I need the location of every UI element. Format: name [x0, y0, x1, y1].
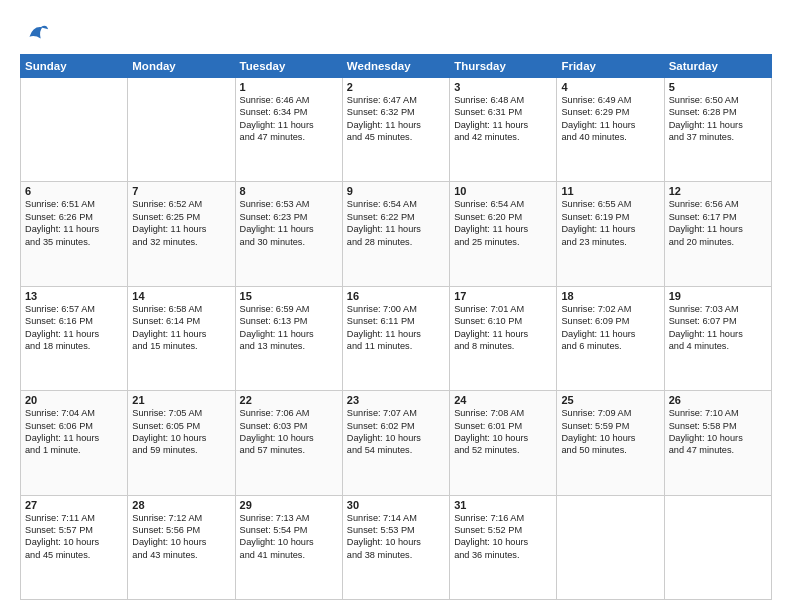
calendar-cell: 25Sunrise: 7:09 AM Sunset: 5:59 PM Dayli…: [557, 391, 664, 495]
calendar-cell: 21Sunrise: 7:05 AM Sunset: 6:05 PM Dayli…: [128, 391, 235, 495]
calendar-cell: 23Sunrise: 7:07 AM Sunset: 6:02 PM Dayli…: [342, 391, 449, 495]
day-number: 5: [669, 81, 767, 93]
day-detail: Sunrise: 7:00 AM Sunset: 6:11 PM Dayligh…: [347, 303, 445, 353]
day-detail: Sunrise: 6:59 AM Sunset: 6:13 PM Dayligh…: [240, 303, 338, 353]
day-detail: Sunrise: 6:51 AM Sunset: 6:26 PM Dayligh…: [25, 198, 123, 248]
header: [20, 18, 772, 46]
calendar-cell: 20Sunrise: 7:04 AM Sunset: 6:06 PM Dayli…: [21, 391, 128, 495]
calendar-cell: 26Sunrise: 7:10 AM Sunset: 5:58 PM Dayli…: [664, 391, 771, 495]
day-number: 29: [240, 499, 338, 511]
calendar-cell: 24Sunrise: 7:08 AM Sunset: 6:01 PM Dayli…: [450, 391, 557, 495]
day-number: 26: [669, 394, 767, 406]
calendar-cell: 6Sunrise: 6:51 AM Sunset: 6:26 PM Daylig…: [21, 182, 128, 286]
weekday-header-monday: Monday: [128, 55, 235, 78]
day-number: 15: [240, 290, 338, 302]
weekday-header-saturday: Saturday: [664, 55, 771, 78]
weekday-header-tuesday: Tuesday: [235, 55, 342, 78]
calendar-cell: [557, 495, 664, 599]
calendar-cell: 16Sunrise: 7:00 AM Sunset: 6:11 PM Dayli…: [342, 286, 449, 390]
day-number: 14: [132, 290, 230, 302]
logo: [20, 18, 50, 46]
calendar-cell: 2Sunrise: 6:47 AM Sunset: 6:32 PM Daylig…: [342, 78, 449, 182]
calendar-cell: 18Sunrise: 7:02 AM Sunset: 6:09 PM Dayli…: [557, 286, 664, 390]
day-detail: Sunrise: 6:56 AM Sunset: 6:17 PM Dayligh…: [669, 198, 767, 248]
calendar-cell: 28Sunrise: 7:12 AM Sunset: 5:56 PM Dayli…: [128, 495, 235, 599]
week-row-2: 13Sunrise: 6:57 AM Sunset: 6:16 PM Dayli…: [21, 286, 772, 390]
calendar-cell: 9Sunrise: 6:54 AM Sunset: 6:22 PM Daylig…: [342, 182, 449, 286]
calendar-cell: 17Sunrise: 7:01 AM Sunset: 6:10 PM Dayli…: [450, 286, 557, 390]
calendar-cell: [664, 495, 771, 599]
day-number: 9: [347, 185, 445, 197]
calendar-cell: 8Sunrise: 6:53 AM Sunset: 6:23 PM Daylig…: [235, 182, 342, 286]
day-number: 24: [454, 394, 552, 406]
day-detail: Sunrise: 6:49 AM Sunset: 6:29 PM Dayligh…: [561, 94, 659, 144]
day-number: 7: [132, 185, 230, 197]
day-number: 27: [25, 499, 123, 511]
calendar-cell: 13Sunrise: 6:57 AM Sunset: 6:16 PM Dayli…: [21, 286, 128, 390]
day-number: 31: [454, 499, 552, 511]
weekday-header-sunday: Sunday: [21, 55, 128, 78]
calendar-cell: 27Sunrise: 7:11 AM Sunset: 5:57 PM Dayli…: [21, 495, 128, 599]
day-number: 3: [454, 81, 552, 93]
day-detail: Sunrise: 7:04 AM Sunset: 6:06 PM Dayligh…: [25, 407, 123, 457]
day-number: 12: [669, 185, 767, 197]
day-detail: Sunrise: 7:08 AM Sunset: 6:01 PM Dayligh…: [454, 407, 552, 457]
day-detail: Sunrise: 7:16 AM Sunset: 5:52 PM Dayligh…: [454, 512, 552, 562]
day-detail: Sunrise: 6:54 AM Sunset: 6:20 PM Dayligh…: [454, 198, 552, 248]
day-number: 25: [561, 394, 659, 406]
day-number: 2: [347, 81, 445, 93]
day-detail: Sunrise: 7:12 AM Sunset: 5:56 PM Dayligh…: [132, 512, 230, 562]
calendar-cell: 4Sunrise: 6:49 AM Sunset: 6:29 PM Daylig…: [557, 78, 664, 182]
day-detail: Sunrise: 7:07 AM Sunset: 6:02 PM Dayligh…: [347, 407, 445, 457]
day-number: 8: [240, 185, 338, 197]
day-number: 1: [240, 81, 338, 93]
weekday-header-wednesday: Wednesday: [342, 55, 449, 78]
week-row-1: 6Sunrise: 6:51 AM Sunset: 6:26 PM Daylig…: [21, 182, 772, 286]
day-detail: Sunrise: 7:05 AM Sunset: 6:05 PM Dayligh…: [132, 407, 230, 457]
day-number: 6: [25, 185, 123, 197]
day-number: 30: [347, 499, 445, 511]
day-detail: Sunrise: 7:11 AM Sunset: 5:57 PM Dayligh…: [25, 512, 123, 562]
week-row-3: 20Sunrise: 7:04 AM Sunset: 6:06 PM Dayli…: [21, 391, 772, 495]
day-detail: Sunrise: 7:06 AM Sunset: 6:03 PM Dayligh…: [240, 407, 338, 457]
calendar-cell: 10Sunrise: 6:54 AM Sunset: 6:20 PM Dayli…: [450, 182, 557, 286]
calendar: SundayMondayTuesdayWednesdayThursdayFrid…: [20, 54, 772, 600]
calendar-cell: 11Sunrise: 6:55 AM Sunset: 6:19 PM Dayli…: [557, 182, 664, 286]
calendar-cell: 22Sunrise: 7:06 AM Sunset: 6:03 PM Dayli…: [235, 391, 342, 495]
day-number: 13: [25, 290, 123, 302]
day-detail: Sunrise: 6:58 AM Sunset: 6:14 PM Dayligh…: [132, 303, 230, 353]
calendar-cell: 12Sunrise: 6:56 AM Sunset: 6:17 PM Dayli…: [664, 182, 771, 286]
day-detail: Sunrise: 7:01 AM Sunset: 6:10 PM Dayligh…: [454, 303, 552, 353]
day-detail: Sunrise: 7:13 AM Sunset: 5:54 PM Dayligh…: [240, 512, 338, 562]
day-number: 21: [132, 394, 230, 406]
day-detail: Sunrise: 6:46 AM Sunset: 6:34 PM Dayligh…: [240, 94, 338, 144]
day-detail: Sunrise: 6:47 AM Sunset: 6:32 PM Dayligh…: [347, 94, 445, 144]
day-detail: Sunrise: 6:54 AM Sunset: 6:22 PM Dayligh…: [347, 198, 445, 248]
day-detail: Sunrise: 7:10 AM Sunset: 5:58 PM Dayligh…: [669, 407, 767, 457]
calendar-cell: 5Sunrise: 6:50 AM Sunset: 6:28 PM Daylig…: [664, 78, 771, 182]
calendar-cell: [128, 78, 235, 182]
day-detail: Sunrise: 6:57 AM Sunset: 6:16 PM Dayligh…: [25, 303, 123, 353]
day-number: 20: [25, 394, 123, 406]
week-row-0: 1Sunrise: 6:46 AM Sunset: 6:34 PM Daylig…: [21, 78, 772, 182]
calendar-cell: 1Sunrise: 6:46 AM Sunset: 6:34 PM Daylig…: [235, 78, 342, 182]
weekday-header-friday: Friday: [557, 55, 664, 78]
calendar-cell: 15Sunrise: 6:59 AM Sunset: 6:13 PM Dayli…: [235, 286, 342, 390]
calendar-cell: 30Sunrise: 7:14 AM Sunset: 5:53 PM Dayli…: [342, 495, 449, 599]
calendar-cell: 31Sunrise: 7:16 AM Sunset: 5:52 PM Dayli…: [450, 495, 557, 599]
day-number: 16: [347, 290, 445, 302]
day-detail: Sunrise: 6:53 AM Sunset: 6:23 PM Dayligh…: [240, 198, 338, 248]
day-detail: Sunrise: 6:52 AM Sunset: 6:25 PM Dayligh…: [132, 198, 230, 248]
day-number: 23: [347, 394, 445, 406]
weekday-header-row: SundayMondayTuesdayWednesdayThursdayFrid…: [21, 55, 772, 78]
day-number: 11: [561, 185, 659, 197]
day-detail: Sunrise: 7:03 AM Sunset: 6:07 PM Dayligh…: [669, 303, 767, 353]
calendar-cell: 29Sunrise: 7:13 AM Sunset: 5:54 PM Dayli…: [235, 495, 342, 599]
day-detail: Sunrise: 6:50 AM Sunset: 6:28 PM Dayligh…: [669, 94, 767, 144]
day-detail: Sunrise: 7:14 AM Sunset: 5:53 PM Dayligh…: [347, 512, 445, 562]
calendar-cell: 7Sunrise: 6:52 AM Sunset: 6:25 PM Daylig…: [128, 182, 235, 286]
day-number: 19: [669, 290, 767, 302]
day-number: 22: [240, 394, 338, 406]
logo-bird-icon: [22, 18, 50, 46]
day-number: 28: [132, 499, 230, 511]
